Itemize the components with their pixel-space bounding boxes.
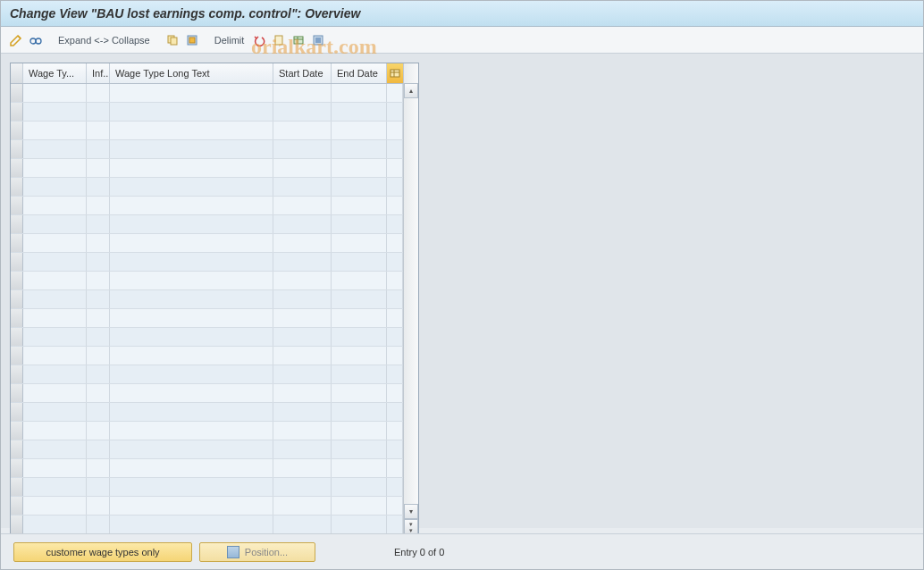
cell-long-text[interactable] [110,328,273,346]
cell-inf[interactable] [87,84,110,102]
cell-start-date[interactable] [273,347,332,365]
change-icon[interactable] [8,32,24,48]
table-row[interactable] [11,234,403,253]
cell-wage-type[interactable] [23,365,87,383]
table-row[interactable] [11,272,403,290]
cell-long-text[interactable] [110,422,273,440]
row-selector[interactable] [11,103,23,121]
table-config-icon[interactable] [387,63,403,83]
table-row[interactable] [11,122,403,140]
row-selector[interactable] [11,178,23,196]
cell-long-text[interactable] [110,140,273,158]
cell-long-text[interactable] [110,347,273,365]
table-row[interactable] [11,440,403,459]
cell-wage-type[interactable] [23,197,87,214]
cell-long-text[interactable] [110,103,273,121]
cell-start-date[interactable] [273,253,332,271]
cell-inf[interactable] [87,103,110,121]
cell-wage-type[interactable] [23,103,87,121]
cell-long-text[interactable] [110,178,273,196]
cell-end-date[interactable] [332,272,387,289]
cell-inf[interactable] [87,272,110,289]
row-selector[interactable] [11,84,23,102]
table-row[interactable] [11,290,403,309]
cell-inf[interactable] [87,290,110,308]
cell-inf[interactable] [87,178,110,196]
cell-wage-type[interactable] [23,422,87,440]
col-long-text[interactable]: Wage Type Long Text [110,63,273,83]
cell-long-text[interactable] [110,122,273,139]
row-selector[interactable] [11,197,23,214]
table-row[interactable] [11,347,403,365]
cell-end-date[interactable] [332,84,387,102]
cell-start-date[interactable] [273,197,332,214]
row-selector[interactable] [11,459,23,477]
table-row[interactable] [11,178,403,197]
col-wage-type[interactable]: Wage Ty... [23,63,87,83]
select-all-icon[interactable] [184,32,200,48]
table-row[interactable] [11,309,403,328]
cell-start-date[interactable] [273,215,332,233]
cell-wage-type[interactable] [23,478,87,496]
cell-wage-type[interactable] [23,122,87,139]
cell-end-date[interactable] [332,422,387,440]
row-selector[interactable] [11,290,23,308]
cell-inf[interactable] [87,122,110,139]
cell-start-date[interactable] [273,497,332,515]
cell-inf[interactable] [87,497,110,515]
row-selector[interactable] [11,403,23,421]
cell-end-date[interactable] [332,159,387,177]
cell-start-date[interactable] [273,234,332,252]
table-row[interactable] [11,215,403,234]
cell-wage-type[interactable] [23,140,87,158]
cell-start-date[interactable] [273,178,332,196]
cell-start-date[interactable] [273,290,332,308]
cell-end-date[interactable] [332,253,387,271]
cell-long-text[interactable] [110,309,273,327]
row-selector[interactable] [11,497,23,515]
cell-wage-type[interactable] [23,309,87,327]
cell-wage-type[interactable] [23,516,87,533]
cell-wage-type[interactable] [23,272,87,289]
row-selector[interactable] [11,159,23,177]
cell-start-date[interactable] [273,384,332,402]
row-selector[interactable] [11,140,23,158]
cell-long-text[interactable] [110,253,273,271]
cell-end-date[interactable] [332,365,387,383]
col-end-date[interactable]: End Date [332,63,387,83]
row-selector[interactable] [11,272,23,289]
cell-long-text[interactable] [110,440,273,458]
cell-inf[interactable] [87,403,110,421]
cell-end-date[interactable] [332,103,387,121]
cell-start-date[interactable] [273,272,332,289]
row-selector[interactable] [11,328,23,346]
scroll-up-icon[interactable]: ▴ [404,83,418,98]
cell-wage-type[interactable] [23,234,87,252]
cell-inf[interactable] [87,197,110,214]
row-selector[interactable] [11,365,23,383]
cell-long-text[interactable] [110,290,273,308]
delimit-button[interactable]: Delimit [214,35,245,46]
cell-long-text[interactable] [110,497,273,515]
scroll-end-icon[interactable]: ▾▾ [404,519,418,534]
cell-inf[interactable] [87,215,110,233]
row-selector[interactable] [11,422,23,440]
cell-wage-type[interactable] [23,347,87,365]
row-selector[interactable] [11,347,23,365]
cell-long-text[interactable] [110,516,273,533]
cell-end-date[interactable] [332,215,387,233]
cell-long-text[interactable] [110,215,273,233]
cell-end-date[interactable] [332,440,387,458]
cell-long-text[interactable] [110,365,273,383]
cell-end-date[interactable] [332,516,387,533]
row-selector[interactable] [11,309,23,327]
row-selector[interactable] [11,478,23,496]
cell-long-text[interactable] [110,459,273,477]
cell-start-date[interactable] [273,365,332,383]
cell-start-date[interactable] [273,159,332,177]
cell-inf[interactable] [87,459,110,477]
cell-wage-type[interactable] [23,253,87,271]
select-all-header[interactable] [11,63,23,83]
cell-inf[interactable] [87,309,110,327]
cell-start-date[interactable] [273,84,332,102]
